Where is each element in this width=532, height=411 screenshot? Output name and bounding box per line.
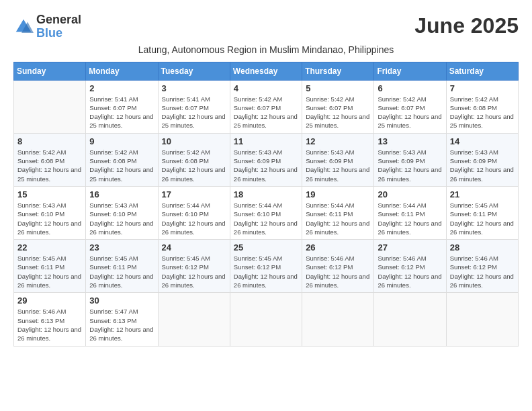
table-row <box>14 80 86 133</box>
sunset-text: Sunset: 6:12 PM <box>306 263 370 271</box>
day-number: 21 <box>450 189 515 199</box>
day-number: 8 <box>17 136 82 146</box>
day-number: 6 <box>378 83 442 93</box>
sunrise-text: Sunrise: 5:43 AM <box>89 201 154 210</box>
sunrise-text: Sunrise: 5:46 AM <box>306 254 370 263</box>
sunset-text: Sunset: 6:07 PM <box>234 103 298 112</box>
day-number: 11 <box>234 136 298 146</box>
day-number: 14 <box>450 136 515 146</box>
sunrise-text: Sunrise: 5:42 AM <box>234 95 298 103</box>
sunrise-text: Sunrise: 5:43 AM <box>306 148 370 156</box>
daylight-text: Daylight: 12 hours and 25 minutes. <box>89 112 154 130</box>
day-info: Sunrise: 5:42 AM Sunset: 6:08 PM Dayligh… <box>162 148 226 183</box>
sunrise-text: Sunrise: 5:44 AM <box>306 201 370 210</box>
day-number: 23 <box>89 242 154 253</box>
daylight-text: Daylight: 12 hours and 26 minutes. <box>234 272 298 290</box>
daylight-text: Daylight: 12 hours and 26 minutes. <box>89 272 154 290</box>
day-number: 25 <box>234 242 298 253</box>
table-row: 12 Sunrise: 5:43 AM Sunset: 6:09 PM Dayl… <box>302 133 374 186</box>
sunrise-text: Sunrise: 5:43 AM <box>234 148 298 156</box>
sunset-text: Sunset: 6:11 PM <box>306 210 370 218</box>
day-info: Sunrise: 5:42 AM Sunset: 6:08 PM Dayligh… <box>89 148 154 183</box>
day-info: Sunrise: 5:44 AM Sunset: 6:11 PM Dayligh… <box>378 201 442 236</box>
sunset-text: Sunset: 6:12 PM <box>234 263 298 271</box>
day-info: Sunrise: 5:46 AM Sunset: 6:13 PM Dayligh… <box>17 307 82 342</box>
day-info: Sunrise: 5:42 AM Sunset: 6:07 PM Dayligh… <box>378 95 442 130</box>
day-number: 3 <box>162 83 226 93</box>
sunrise-text: Sunrise: 5:42 AM <box>162 148 226 156</box>
table-row: 7 Sunrise: 5:42 AM Sunset: 6:08 PM Dayli… <box>446 80 518 133</box>
calendar-week-row: 15 Sunrise: 5:43 AM Sunset: 6:10 PM Dayl… <box>14 186 519 239</box>
logo-text: General Blue <box>36 13 81 40</box>
table-row <box>446 293 518 346</box>
day-info: Sunrise: 5:43 AM Sunset: 6:09 PM Dayligh… <box>378 148 442 183</box>
table-row: 30 Sunrise: 5:47 AM Sunset: 6:13 PM Dayl… <box>86 293 158 346</box>
day-number: 24 <box>162 242 226 253</box>
table-row <box>302 293 374 346</box>
calendar-week-row: 2 Sunrise: 5:41 AM Sunset: 6:07 PM Dayli… <box>14 80 519 133</box>
table-row: 5 Sunrise: 5:42 AM Sunset: 6:07 PM Dayli… <box>302 80 374 133</box>
daylight-text: Daylight: 12 hours and 26 minutes. <box>378 219 442 237</box>
sunrise-text: Sunrise: 5:46 AM <box>450 254 515 263</box>
table-row <box>158 293 230 346</box>
day-info: Sunrise: 5:47 AM Sunset: 6:13 PM Dayligh… <box>89 307 154 342</box>
day-info: Sunrise: 5:42 AM Sunset: 6:08 PM Dayligh… <box>17 148 82 183</box>
sunset-text: Sunset: 6:12 PM <box>450 263 515 271</box>
daylight-text: Daylight: 12 hours and 26 minutes. <box>17 219 82 237</box>
table-row: 24 Sunrise: 5:45 AM Sunset: 6:12 PM Dayl… <box>158 240 230 293</box>
day-info: Sunrise: 5:43 AM Sunset: 6:10 PM Dayligh… <box>17 201 82 236</box>
day-info: Sunrise: 5:44 AM Sunset: 6:10 PM Dayligh… <box>162 201 226 236</box>
table-row: 21 Sunrise: 5:45 AM Sunset: 6:11 PM Dayl… <box>446 186 518 239</box>
calendar-week-row: 8 Sunrise: 5:42 AM Sunset: 6:08 PM Dayli… <box>14 133 519 186</box>
table-row: 15 Sunrise: 5:43 AM Sunset: 6:10 PM Dayl… <box>14 186 86 239</box>
daylight-text: Daylight: 12 hours and 26 minutes. <box>450 219 515 237</box>
day-info: Sunrise: 5:45 AM Sunset: 6:11 PM Dayligh… <box>17 254 82 289</box>
table-row: 13 Sunrise: 5:43 AM Sunset: 6:09 PM Dayl… <box>374 133 446 186</box>
day-info: Sunrise: 5:43 AM Sunset: 6:09 PM Dayligh… <box>450 148 515 183</box>
sunset-text: Sunset: 6:13 PM <box>17 316 82 325</box>
day-number: 20 <box>378 189 442 199</box>
daylight-text: Daylight: 12 hours and 26 minutes. <box>378 165 442 183</box>
table-row: 23 Sunrise: 5:45 AM Sunset: 6:11 PM Dayl… <box>86 240 158 293</box>
sunrise-text: Sunrise: 5:42 AM <box>89 148 154 156</box>
daylight-text: Daylight: 12 hours and 26 minutes. <box>162 219 226 237</box>
calendar-week-row: 22 Sunrise: 5:45 AM Sunset: 6:11 PM Dayl… <box>14 240 519 293</box>
header-sunday: Sunday <box>14 62 86 80</box>
daylight-text: Daylight: 12 hours and 25 minutes. <box>162 112 226 130</box>
sunrise-text: Sunrise: 5:44 AM <box>162 201 226 210</box>
day-info: Sunrise: 5:45 AM Sunset: 6:12 PM Dayligh… <box>234 254 298 289</box>
sunset-text: Sunset: 6:13 PM <box>89 316 154 325</box>
sunset-text: Sunset: 6:11 PM <box>378 210 442 218</box>
day-number: 16 <box>89 189 154 199</box>
day-number: 26 <box>306 242 370 253</box>
day-number: 7 <box>450 83 515 93</box>
day-info: Sunrise: 5:42 AM Sunset: 6:07 PM Dayligh… <box>234 95 298 130</box>
day-number: 28 <box>450 242 515 253</box>
sunset-text: Sunset: 6:12 PM <box>378 263 442 271</box>
daylight-text: Daylight: 12 hours and 26 minutes. <box>306 165 370 183</box>
day-number: 29 <box>17 295 82 306</box>
sunset-text: Sunset: 6:11 PM <box>450 210 515 218</box>
day-info: Sunrise: 5:46 AM Sunset: 6:12 PM Dayligh… <box>306 254 370 289</box>
calendar-table: Sunday Monday Tuesday Wednesday Thursday… <box>13 62 519 347</box>
daylight-text: Daylight: 12 hours and 26 minutes. <box>17 272 82 290</box>
sunrise-text: Sunrise: 5:43 AM <box>378 148 442 156</box>
sunrise-text: Sunrise: 5:42 AM <box>306 95 370 103</box>
table-row: 18 Sunrise: 5:44 AM Sunset: 6:10 PM Dayl… <box>230 186 302 239</box>
daylight-text: Daylight: 12 hours and 26 minutes. <box>162 165 226 183</box>
table-row: 25 Sunrise: 5:45 AM Sunset: 6:12 PM Dayl… <box>230 240 302 293</box>
day-number: 27 <box>378 242 442 253</box>
sunset-text: Sunset: 6:09 PM <box>450 156 515 165</box>
table-row <box>230 293 302 346</box>
sunset-text: Sunset: 6:08 PM <box>450 103 515 112</box>
daylight-text: Daylight: 12 hours and 25 minutes. <box>234 112 298 130</box>
table-row: 11 Sunrise: 5:43 AM Sunset: 6:09 PM Dayl… <box>230 133 302 186</box>
day-info: Sunrise: 5:42 AM Sunset: 6:07 PM Dayligh… <box>306 95 370 130</box>
table-row: 6 Sunrise: 5:42 AM Sunset: 6:07 PM Dayli… <box>374 80 446 133</box>
table-row: 8 Sunrise: 5:42 AM Sunset: 6:08 PM Dayli… <box>14 133 86 186</box>
sunrise-text: Sunrise: 5:43 AM <box>17 201 82 210</box>
sunrise-text: Sunrise: 5:46 AM <box>17 307 82 316</box>
day-number: 13 <box>378 136 442 146</box>
day-info: Sunrise: 5:44 AM Sunset: 6:10 PM Dayligh… <box>234 201 298 236</box>
sunrise-text: Sunrise: 5:43 AM <box>450 148 515 156</box>
